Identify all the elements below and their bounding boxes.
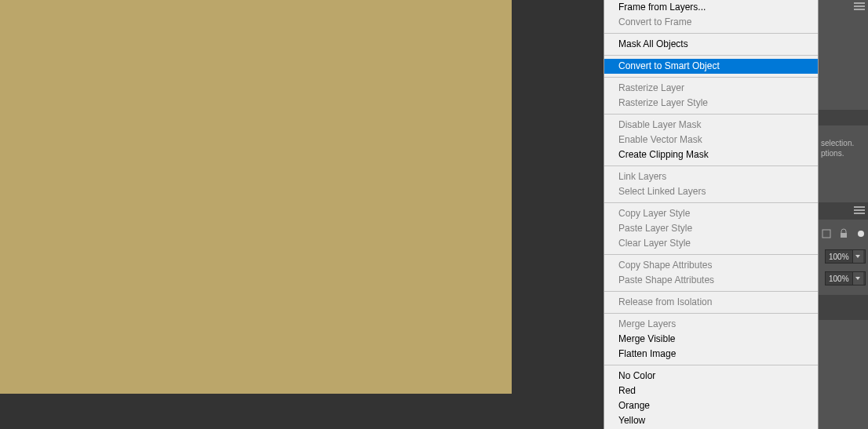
menu-item-paste-shape-attributes: Paste Shape Attributes: [604, 273, 818, 288]
menu-item-merge-visible[interactable]: Merge Visible: [604, 332, 818, 347]
menu-item-rasterize-layer: Rasterize Layer: [604, 81, 818, 96]
layer-filter-icons: [820, 227, 867, 240]
opacity-dropdown-button[interactable]: [852, 250, 863, 263]
menu-item-frame-from-layers[interactable]: Frame from Layers...: [604, 0, 818, 15]
menu-separator: [604, 114, 818, 115]
menu-item-copy-shape-attributes: Copy Shape Attributes: [604, 258, 818, 273]
fill-dropdown[interactable]: 100%: [825, 271, 866, 285]
menu-separator: [604, 77, 818, 78]
artboard-icon[interactable]: [820, 227, 833, 240]
menu-item-red[interactable]: Red: [604, 384, 818, 398]
panel-tab-strip: [819, 202, 868, 220]
panel-flyout-icon[interactable]: [854, 2, 865, 10]
menu-item-link-layers: Link Layers: [604, 169, 818, 184]
menu-item-release-from-isolation: Release from Isolation: [604, 295, 818, 310]
fill-dropdown-button[interactable]: [852, 272, 863, 285]
opacity-value: 100%: [826, 253, 852, 261]
menu-separator: [604, 365, 818, 365]
layer-context-menu: Frame from Layers...Convert to FrameMask…: [604, 0, 819, 429]
layer-row-area[interactable]: [819, 295, 868, 320]
menu-item-orange[interactable]: Orange: [604, 398, 818, 413]
right-panels: selection. ptions. 100% 100%: [819, 0, 868, 429]
panel-hint-text-1: selection.: [821, 139, 854, 147]
svg-point-2: [858, 231, 864, 237]
menu-item-flatten-image[interactable]: Flatten Image: [604, 347, 818, 362]
menu-separator: [604, 55, 818, 56]
menu-item-convert-to-frame: Convert to Frame: [604, 15, 818, 30]
svg-rect-0: [822, 230, 830, 238]
menu-item-enable-vector-mask: Enable Vector Mask: [604, 133, 818, 147]
opacity-dropdown[interactable]: 100%: [825, 249, 866, 264]
document-canvas[interactable]: [0, 0, 512, 394]
panel-divider: [819, 110, 868, 125]
panel-hint-text-2: ptions.: [821, 149, 844, 158]
menu-separator: [604, 291, 818, 292]
menu-separator: [604, 202, 818, 203]
menu-item-create-clipping-mask[interactable]: Create Clipping Mask: [604, 147, 818, 162]
menu-separator: [604, 313, 818, 314]
menu-item-merge-layers: Merge Layers: [604, 317, 818, 332]
menu-item-yellow[interactable]: Yellow: [604, 413, 818, 428]
menu-separator: [604, 254, 818, 255]
menu-separator: [604, 165, 818, 166]
menu-separator: [604, 33, 818, 34]
menu-item-paste-layer-style: Paste Layer Style: [604, 221, 818, 236]
fill-value: 100%: [826, 274, 852, 283]
menu-item-mask-all-objects[interactable]: Mask All Objects: [604, 37, 818, 52]
panel-flyout-icon-2[interactable]: [854, 206, 865, 214]
chevron-down-icon: [855, 255, 860, 258]
menu-item-select-linked-layers: Select Linked Layers: [604, 184, 818, 199]
menu-item-disable-layer-mask: Disable Layer Mask: [604, 118, 818, 133]
lock-icon[interactable]: [837, 227, 850, 240]
menu-item-no-color[interactable]: No Color: [604, 369, 818, 384]
menu-item-rasterize-layer-style: Rasterize Layer Style: [604, 96, 818, 111]
svg-rect-1: [841, 233, 847, 238]
menu-item-copy-layer-style: Copy Layer Style: [604, 206, 818, 221]
menu-item-convert-to-smart-object[interactable]: Convert to Smart Object: [604, 59, 818, 74]
chevron-down-icon: [855, 277, 860, 280]
filter-toggle-icon[interactable]: [855, 227, 867, 240]
menu-item-clear-layer-style: Clear Layer Style: [604, 236, 818, 251]
